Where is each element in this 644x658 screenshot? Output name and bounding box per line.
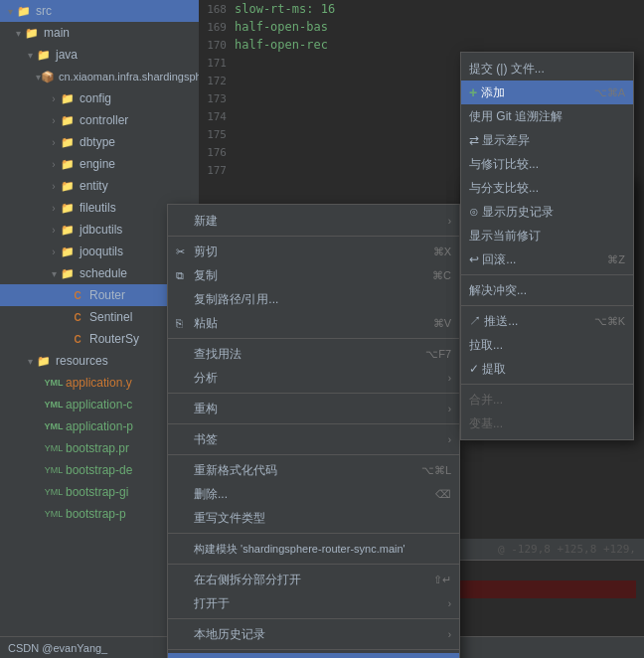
- context-menu-git-top: 提交 (|) 文件... + 添加 ⌥⌘A 使用 Git 追溯注解 ⇄ 显示差异…: [460, 52, 634, 440]
- separator-9: [168, 649, 459, 650]
- separator-6: [168, 533, 459, 534]
- menu-open-in[interactable]: 打开于 ›: [168, 591, 459, 615]
- menu-pull[interactable]: 拉取...: [461, 333, 633, 357]
- sep-git-3: [461, 384, 633, 385]
- menu-delete[interactable]: 删除... ⌫: [168, 482, 459, 506]
- menu-split-right[interactable]: 在右侧拆分部分打开 ⇧↵: [168, 568, 459, 591]
- menu-annotate[interactable]: 使用 Git 追溯注解: [461, 104, 633, 128]
- separator-3: [168, 393, 459, 394]
- menu-fetch[interactable]: ✓ 提取: [461, 357, 633, 381]
- menu-bookmark[interactable]: 书签 ›: [168, 427, 459, 451]
- tree-src[interactable]: ▾ 📁 src: [0, 0, 199, 22]
- paste-icon: ⎘: [176, 317, 194, 329]
- menu-cut[interactable]: ✂ 剪切 ⌘X: [168, 240, 459, 263]
- menu-add[interactable]: + 添加 ⌥⌘A: [461, 81, 633, 104]
- menu-find-usages[interactable]: 查找用法 ⌥F7: [168, 342, 459, 366]
- tree-engine[interactable]: › 📁 engine: [0, 153, 199, 175]
- menu-local-history[interactable]: 本地历史记录 ›: [168, 622, 459, 646]
- menu-show-current[interactable]: 显示当前修订: [461, 224, 633, 247]
- separator-1: [168, 236, 459, 237]
- menu-git[interactable]: Git ›: [168, 653, 459, 658]
- tree-pkg[interactable]: ▾ 📦 cn.xiaoman.infra.shardingsphere: [0, 66, 199, 87]
- status-text: CSDN @evanYang_: [8, 642, 107, 654]
- menu-analyze[interactable]: 分析 ›: [168, 366, 459, 390]
- tree-main[interactable]: ▾ 📁 main: [0, 22, 199, 44]
- tree-config[interactable]: › 📁 config: [0, 87, 199, 109]
- menu-copy-path[interactable]: 复制路径/引用...: [168, 287, 459, 311]
- menu-copy[interactable]: ⧉ 复制 ⌘C: [168, 263, 459, 287]
- separator-8: [168, 618, 459, 619]
- tree-entity[interactable]: › 📁 entity: [0, 175, 199, 197]
- separator-2: [168, 338, 459, 339]
- tree-controller[interactable]: › 📁 controller: [0, 109, 199, 131]
- tree-dbtype[interactable]: › 📁 dbtype: [0, 131, 199, 153]
- tree-java[interactable]: ▾ 📁 java: [0, 44, 199, 66]
- menu-rollback[interactable]: ↩ 回滚... ⌘Z: [461, 247, 633, 271]
- menu-resolve-conflicts[interactable]: 解决冲突...: [461, 278, 633, 302]
- menu-compare-branch[interactable]: 与分支比较...: [461, 176, 633, 200]
- menu-show-history[interactable]: ⊙ 显示历史记录: [461, 200, 633, 224]
- menu-commit[interactable]: 提交 (|) 文件...: [461, 57, 633, 81]
- sep-git-2: [461, 305, 633, 306]
- menu-new[interactable]: 新建 ›: [168, 209, 459, 233]
- menu-build-module[interactable]: 构建模块 'shardingsphere-router-sync.main': [168, 537, 459, 561]
- separator-5: [168, 454, 459, 455]
- diff-op: @ -129,8 +125,8 +129,: [498, 543, 636, 556]
- menu-reformat[interactable]: 重新格式化代码 ⌥⌘L: [168, 458, 459, 482]
- menu-show-diff[interactable]: ⇄ 显示差异: [461, 128, 633, 152]
- cut-icon: ✂: [176, 246, 194, 258]
- copy-icon: ⧉: [176, 269, 194, 282]
- menu-compare-revision[interactable]: 与修订比较...: [461, 152, 633, 176]
- separator-4: [168, 423, 459, 424]
- menu-merge[interactable]: 合并...: [461, 388, 633, 411]
- menu-paste[interactable]: ⎘ 粘贴 ⌘V: [168, 311, 459, 335]
- menu-push[interactable]: ↗ 推送... ⌥⌘K: [461, 309, 633, 333]
- separator-7: [168, 564, 459, 565]
- menu-refactor[interactable]: 重构 ›: [168, 397, 459, 420]
- context-menu-file: 新建 › ✂ 剪切 ⌘X ⧉ 复制 ⌘C 复制路径/引用... ⎘ 粘贴 ⌘V …: [167, 204, 460, 658]
- menu-override-filetype[interactable]: 重写文件类型: [168, 506, 459, 530]
- sep-git-1: [461, 274, 633, 275]
- menu-rebase[interactable]: 变基...: [461, 411, 633, 435]
